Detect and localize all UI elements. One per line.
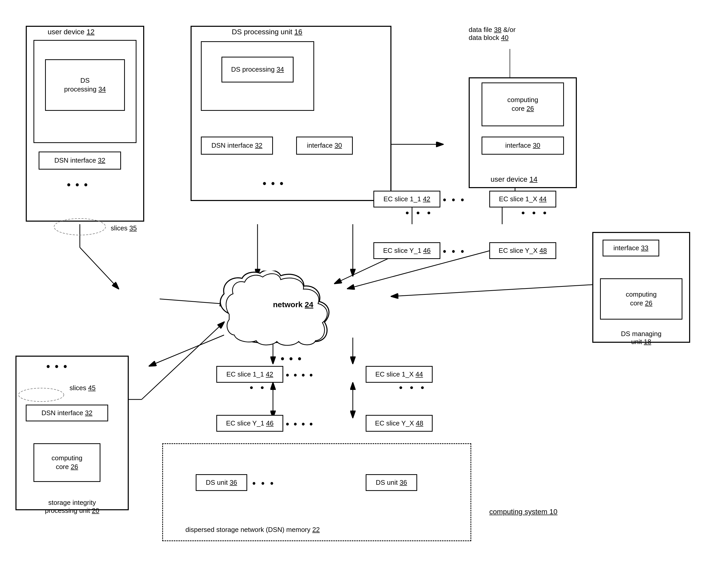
slices-35-ellipse <box>52 216 108 237</box>
dsn-interface-32-ud12: DSN interface 32 <box>39 151 121 169</box>
storage-integrity-20-label: storage integrityprocessing unit 20 <box>21 499 124 515</box>
ec-slice-y-1-46-bot: EC slice Y_1 46 <box>216 415 283 432</box>
slices-35-label: slices 35 <box>111 224 137 232</box>
computing-core-26-ud14: computingcore 26 <box>482 82 564 126</box>
ds-managing-unit-18-label: DS managingunit 18 <box>592 330 690 346</box>
data-file-line <box>505 49 530 80</box>
ec-slice-1-x-44-bot: EC slice 1_X 44 <box>366 366 433 383</box>
dots-ec-bot-2: • • • • <box>286 419 314 430</box>
ec-slice-1-1-42-top: EC slice 1_1 42 <box>373 191 440 207</box>
network-24-cloud <box>211 270 397 353</box>
svg-point-34 <box>54 218 106 235</box>
ec-slice-1-1-42-bot: EC slice 1_1 42 <box>216 366 283 383</box>
ec-slice-1-x-44-top: EC slice 1_X 44 <box>489 191 556 207</box>
computing-system-10-label: computing system 10 <box>489 508 558 516</box>
data-file-38-label: data file 38 &/ordata block 40 <box>469 26 541 42</box>
svg-line-7 <box>80 247 118 289</box>
dots-sip: • • • <box>46 361 68 373</box>
computing-core-26-sip: computingcore 26 <box>33 443 100 482</box>
dots-ds-units: • • • <box>252 478 275 489</box>
dsn-interface-32-sip: DSN interface 32 <box>26 405 108 421</box>
slices-45-label: slices 45 <box>70 384 96 392</box>
ds-processing-34-ud12: DSprocessing 34 <box>45 59 125 111</box>
svg-line-22 <box>391 283 613 297</box>
ds-unit-36-left: DS unit 36 <box>196 474 247 491</box>
ec-slice-y-x-48-bot: EC slice Y_X 48 <box>366 415 433 432</box>
dots-ec-top-v1: ••• <box>402 211 434 215</box>
dots-ec-top-v2: ••• <box>518 211 550 216</box>
dots-ud12: • • • <box>67 179 89 191</box>
dots-dsp16: • • • <box>263 178 284 189</box>
dots-ec-top-2: • • • <box>443 246 466 257</box>
dots-ec-bot-v1: ••• <box>246 386 278 391</box>
interface-30-ud14: interface 30 <box>482 137 564 155</box>
svg-point-36 <box>19 388 64 402</box>
slices-45-ellipse <box>15 387 67 403</box>
dsn-memory-22-label: dispersed storage network (DSN) memory 2… <box>185 526 320 534</box>
dots-ec-bot-1: • • • • <box>286 370 314 381</box>
dsn-interface-32-dsp16: DSN interface 32 <box>201 137 273 155</box>
network-24-label: network 24 <box>273 300 313 309</box>
dots-ec-top-1: • • • <box>443 194 466 205</box>
interface-30-dsp16: interface 30 <box>296 137 353 155</box>
user-device-14-label: user device 14 <box>491 175 537 183</box>
ec-slice-y-1-46-top: EC slice Y_1 46 <box>373 242 440 259</box>
ds-processing-unit-16-label: DS processing unit 16 <box>232 28 302 36</box>
user-device-12-label: user device 12 <box>48 28 95 36</box>
dots-ec-bot-v2: ••• <box>395 386 428 391</box>
ec-slice-y-x-48-top: EC slice Y_X 48 <box>489 242 556 259</box>
dots-network-below: • • • <box>281 353 302 365</box>
storage-integrity-20-box <box>15 356 129 510</box>
ds-processing-34-dsp16: DS processing 34 <box>221 57 294 82</box>
computing-core-26-dsm: computingcore 26 <box>600 278 682 320</box>
ds-unit-36-right: DS unit 36 <box>366 474 417 491</box>
interface-33: interface 33 <box>603 240 659 256</box>
